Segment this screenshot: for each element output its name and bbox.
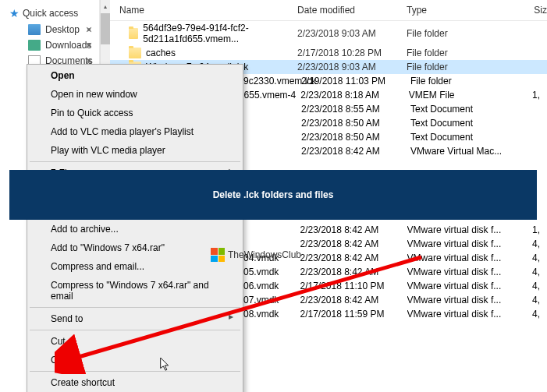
menu-add-rar[interactable]: Add to "Windows 7 x64.rar" <box>29 238 241 257</box>
quick-access[interactable]: ★ Quick access <box>0 5 99 22</box>
context-menu: Open Open in new window Pin to Quick acc… <box>27 64 243 392</box>
file-name: caches <box>146 48 176 58</box>
download-icon <box>28 40 41 51</box>
watermark: TheWindowsClub <box>211 248 301 262</box>
file-type: VMware virtual disk f... <box>407 295 522 305</box>
file-size: 4, <box>521 281 540 291</box>
file-name: 564df3e9-79e4-91f4-fcf2-5d211a1fd655.vme… <box>143 23 297 44</box>
annotation-banner: Delete .lck folders and files <box>9 170 537 220</box>
menu-open[interactable]: Open <box>29 66 241 85</box>
file-date: 2/23/2018 8:42 AM <box>300 238 407 249</box>
desktop-icon <box>28 24 41 35</box>
menu-send-to[interactable]: Send to <box>29 309 241 328</box>
file-type: VMware virtual disk f... <box>407 238 522 249</box>
menu-play-vlc[interactable]: Play with VLC media player <box>29 141 241 160</box>
sidebar-item-desktop[interactable]: Desktop <box>0 22 99 37</box>
file-type: Text Document <box>410 104 527 115</box>
file-size: 4, <box>521 253 540 263</box>
file-row[interactable]: 564df3e9-79e4-91f4-fcf2-5d211a1fd655.vme… <box>110 21 547 46</box>
sidebar-label: Downloads <box>45 40 91 51</box>
scroll-thumb[interactable] <box>101 13 110 44</box>
banner-text: Delete .lck folders and files <box>213 189 334 200</box>
file-date: 2/23/2018 8:42 AM <box>300 224 407 235</box>
sidebar-item-downloads[interactable]: Downloads <box>0 37 99 53</box>
file-date: 2/23/2018 8:42 AM <box>300 253 407 263</box>
file-size: 4, <box>521 295 540 305</box>
file-date: 2/23/2018 8:42 AM <box>301 146 410 157</box>
file-type: Text Document <box>410 132 527 143</box>
file-type: VMEM File <box>409 90 524 101</box>
file-date: 2/23/2018 8:42 AM <box>300 267 407 277</box>
file-date: 2/23/2018 8:42 AM <box>300 295 407 305</box>
star-icon: ★ <box>9 7 20 19</box>
file-type: File folder <box>407 48 516 58</box>
folder-icon <box>129 28 138 39</box>
file-name: 05.vmdk <box>243 267 300 277</box>
sidebar-label: Desktop <box>45 24 80 35</box>
file-row[interactable]: caches 2/17/2018 10:28 PM File folder <box>110 46 547 60</box>
header-date[interactable]: Date modified <box>297 5 407 16</box>
file-date: 2/23/2018 9:03 AM <box>297 28 407 39</box>
header-name[interactable]: Name <box>110 5 297 16</box>
file-size: 4, <box>521 267 540 277</box>
file-type: File folder <box>410 76 527 87</box>
file-date: 2/17/2018 10:28 PM <box>297 48 407 58</box>
menu-open-new-window[interactable]: Open in new window <box>29 85 241 104</box>
menu-separator <box>30 307 240 308</box>
file-size: 4, <box>521 309 540 320</box>
windows-logo-icon <box>211 248 225 262</box>
file-name: 06.vmdk <box>243 281 300 291</box>
file-size: 4, <box>521 238 540 249</box>
file-date: 2/23/2018 8:18 AM <box>300 90 409 101</box>
file-type: VMware virtual disk f... <box>407 224 522 235</box>
file-name: 08.vmdk <box>243 309 300 320</box>
file-date: 2/23/2018 8:50 AM <box>301 132 410 143</box>
menu-add-vlc-playlist[interactable]: Add to VLC media player's Playlist <box>29 122 241 141</box>
menu-separator <box>30 330 240 330</box>
header-size[interactable]: Siz <box>516 5 547 16</box>
menu-copy[interactable]: Copy <box>29 351 241 369</box>
file-date: 2/19/2018 11:03 PM <box>301 76 410 87</box>
menu-compress-email[interactable]: Compress and email... <box>29 257 241 276</box>
file-date: 2/23/2018 8:50 AM <box>301 118 410 129</box>
file-type: VMware virtual disk f... <box>407 253 522 263</box>
menu-add-archive[interactable]: Add to archive... <box>29 220 241 238</box>
file-type: VMware virtual disk f... <box>407 309 522 320</box>
file-name-partial: 4-fcf2-5d211a1fd655.vmem <box>243 90 300 101</box>
menu-compress-rar-email[interactable]: Compress to "Windows 7 x64.rar" and emai… <box>29 276 241 305</box>
quick-access-label: Quick access <box>23 8 78 19</box>
file-type: VMware virtual disk f... <box>407 267 522 277</box>
scroll-up-icon[interactable]: ▴ <box>101 0 110 12</box>
menu-separator <box>30 161 240 162</box>
partial-rows-lower: 2/23/2018 8:42 AMVMware virtual disk f..… <box>243 223 540 321</box>
file-type: File folder <box>407 62 516 72</box>
menu-separator <box>30 371 240 372</box>
file-type: File folder <box>407 28 516 39</box>
partial-rows-upper: 9c2330.vmem.lck 2/19/2018 11:03 PM File … <box>243 74 540 158</box>
file-date: 2/23/2018 8:55 AM <box>301 104 410 115</box>
file-name-partial: 9c2330.vmem.lck <box>243 76 301 87</box>
header-type[interactable]: Type <box>407 5 516 16</box>
file-date: 2/17/2018 11:59 PM <box>300 309 407 320</box>
column-headers: Name Date modified Type Siz <box>110 0 547 21</box>
file-type: Text Document <box>410 118 527 129</box>
file-type: VMware virtual disk f... <box>407 281 522 291</box>
folder-icon <box>129 48 141 58</box>
watermark-text: TheWindowsClub <box>228 249 301 260</box>
file-size: 1, <box>521 224 540 235</box>
file-date: 2/23/2018 9:03 AM <box>297 62 407 72</box>
cursor-icon <box>160 358 171 372</box>
menu-cut[interactable]: Cut <box>29 332 241 351</box>
menu-pin-quick-access[interactable]: Pin to Quick access <box>29 104 241 122</box>
menu-create-shortcut[interactable]: Create shortcut <box>29 373 241 392</box>
file-type: VMware Virtual Mac... <box>410 146 527 157</box>
file-date: 2/17/2018 11:10 PM <box>300 281 407 291</box>
file-size: 1, <box>524 90 540 101</box>
file-name: 07.vmdk <box>243 295 300 305</box>
